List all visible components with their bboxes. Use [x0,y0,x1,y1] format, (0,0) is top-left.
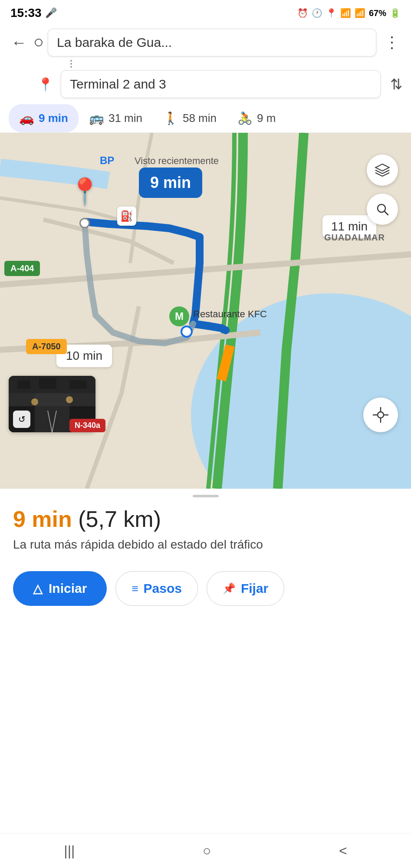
svg-rect-9 [17,380,30,389]
fijar-icon: 📌 [223,582,236,595]
walk-icon: 🚶 [163,111,178,125]
status-time: 15:33 [10,6,42,20]
dotted-connector [67,60,75,68]
pasos-label: Pasos [144,581,182,596]
signal-icon: 📶 [355,8,365,18]
iniciar-button[interactable]: △ Iniciar [13,571,107,606]
origin-circle-marker [79,218,90,228]
bike-icon: 🚴 [237,111,253,125]
route-distance: (5,7 km) [78,506,161,532]
origin-row: ← La baraka de Gua... ⋮ [9,29,402,56]
transit-time: 31 min [109,112,142,125]
search-icon [375,202,389,216]
locate-me-button[interactable] [363,398,398,432]
tab-car[interactable]: 🚗 9 min [9,104,79,132]
swap-direction-button[interactable]: ⇅ [390,76,402,93]
a404-road-badge: A-404 [4,261,40,276]
status-bar: 15:33 🎤 ⏰ 🕐 📍 📶 📶 67% 🔋 [0,0,411,24]
fijar-button[interactable]: 📌 Fijar [207,571,284,606]
pasos-button[interactable]: ≡ Pasos [115,571,198,606]
origin-pin-icon: 📍 [69,176,101,207]
clock-icon: 🕐 [312,8,322,18]
battery-label: 67% [369,8,386,18]
battery-icon: 🔋 [390,8,401,18]
locate-icon [372,407,389,423]
svg-marker-14 [375,164,389,171]
walk-time: 58 min [183,112,217,125]
svg-point-17 [378,412,384,418]
route-description: La ruta más rápida debido al estado del … [13,536,398,554]
bottom-panel: 9 min (5,7 km) La ruta más rápida debido… [0,495,411,746]
destination-row: 📍 Terminal 2 and 3 ⇅ [9,70,402,98]
bp-label: BP [100,155,114,167]
origin-input[interactable]: La baraka de Gua... [48,29,376,56]
status-icons: ⏰ 🕐 📍 📶 📶 67% 🔋 [297,8,401,18]
transit-icon: 🚌 [89,111,104,125]
map-layers-button[interactable] [367,155,398,186]
destination-pin-icon: 📍 [35,77,56,92]
fijar-label: Fijar [241,581,268,596]
route-summary-time: 9 min (5,7 km) [13,506,398,532]
tab-bike[interactable]: 🚴 9 m [227,104,286,132]
iniciar-icon: △ [33,582,43,596]
origin-dot-icon [35,39,43,46]
nav-home-button[interactable]: ○ [185,838,228,863]
iniciar-label: Iniciar [49,581,87,596]
mic-icon: 🎤 [45,7,57,19]
transport-tabs: 🚗 9 min 🚌 31 min 🚶 58 min 🚴 9 m [0,104,411,133]
pasos-icon: ≡ [132,582,138,595]
svg-rect-10 [39,378,56,389]
svg-rect-11 [69,380,87,389]
tab-walk[interactable]: 🚶 58 min [153,104,227,132]
guadalmar-label: GUADALMAR [324,233,385,243]
kfc-label: Restaurante KFC [193,309,267,320]
wifi-icon: 📶 [340,8,351,18]
svg-point-13 [66,396,73,403]
header: ← La baraka de Gua... ⋮ 📍 Terminal 2 and… [0,24,411,104]
layers-icon [375,162,390,178]
route-time-bubble-main: 9 min [139,168,202,198]
a7050-road-badge: A-7050 [26,339,67,354]
transit-marker: M [169,306,189,326]
destination-circle-marker [181,326,193,338]
drag-handle[interactable] [193,495,219,497]
car-time: 9 min [39,112,68,125]
back-button[interactable]: ← [9,33,30,52]
visto-recientemente-label: Visto recientemente [135,155,219,167]
navigation-bar: ||| ○ < [0,833,411,868]
svg-point-12 [31,398,38,405]
n340a-road-badge: N-340a [69,419,105,432]
svg-line-16 [385,211,388,215]
car-icon: 🚗 [19,111,34,125]
more-menu-button[interactable]: ⋮ [381,33,402,52]
street-view-icon: ↺ [13,411,30,428]
location-icon: 📍 [326,8,337,18]
map-search-button[interactable] [367,194,398,225]
alarm-icon: ⏰ [297,8,308,18]
fuel-station-icon: ⛽ [117,207,136,226]
map-area[interactable]: BP Visto recientemente 📍 ⛽ 9 min 11 min … [0,133,411,489]
destination-input[interactable]: Terminal 2 and 3 [61,70,381,98]
nav-recent-apps-button[interactable]: ||| [46,838,92,863]
route-line [9,62,402,70]
action-buttons: △ Iniciar ≡ Pasos 📌 Fijar [13,571,398,606]
svg-rect-5 [35,389,69,432]
tab-transit[interactable]: 🚌 31 min [79,104,153,132]
nav-back-button[interactable]: < [322,838,365,863]
bike-time: 9 m [257,112,276,125]
